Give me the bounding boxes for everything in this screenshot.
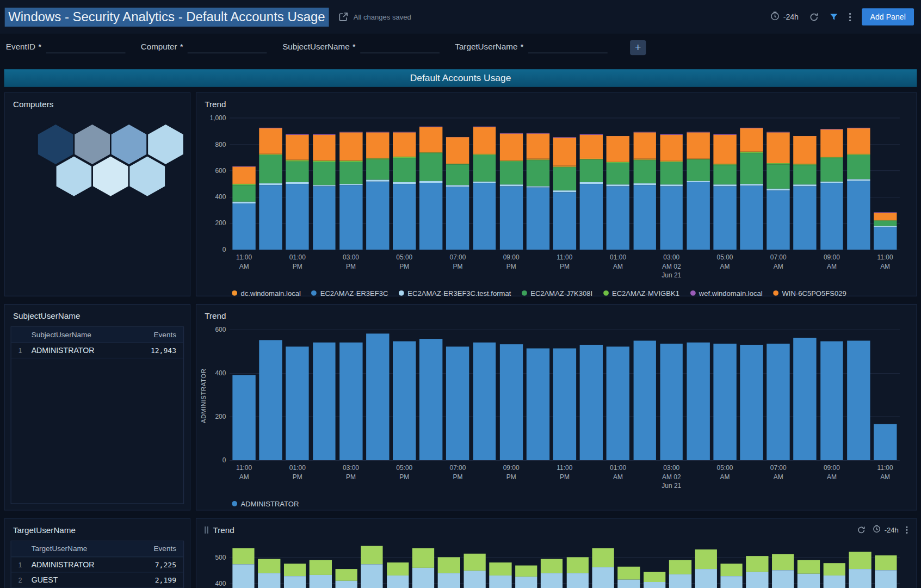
drag-handle-icon[interactable] (205, 526, 208, 533)
kebab-menu-icon[interactable] (906, 525, 908, 534)
bar[interactable] (527, 349, 549, 460)
refresh-icon[interactable] (857, 525, 866, 534)
bar[interactable] (847, 341, 870, 460)
bar[interactable] (740, 345, 763, 460)
chart-plot[interactable] (230, 330, 900, 460)
bar[interactable] (259, 128, 282, 250)
chart-plot[interactable] (230, 542, 900, 588)
legend-item[interactable]: EC2AMAZ-J7K308I (522, 289, 592, 297)
bar[interactable] (339, 343, 362, 460)
bar[interactable] (772, 554, 794, 588)
bar[interactable] (473, 343, 496, 460)
bar[interactable] (823, 563, 845, 588)
bar[interactable] (393, 132, 416, 249)
bar[interactable] (473, 127, 496, 250)
table-row[interactable]: 1 ADMINISTRATOR 12,943 (11, 343, 183, 358)
bar[interactable] (446, 347, 469, 460)
kebab-menu-icon[interactable] (849, 12, 851, 21)
bar[interactable] (794, 338, 817, 460)
legend-item[interactable]: EC2AMAZ-MVIGBK1 (603, 289, 679, 297)
bar[interactable] (541, 559, 563, 588)
bar[interactable] (284, 564, 306, 588)
bar[interactable] (361, 546, 383, 588)
legend-item[interactable]: dc.windomain.local (232, 289, 301, 297)
bar[interactable] (313, 134, 336, 250)
bar[interactable] (618, 566, 640, 587)
time-range-control[interactable]: -24h (770, 11, 799, 23)
panel-time-range[interactable]: -24h (873, 525, 899, 535)
bar[interactable] (286, 346, 309, 460)
bar[interactable] (874, 213, 897, 250)
bar[interactable] (592, 548, 614, 588)
share-icon[interactable] (338, 12, 348, 22)
filter-icon[interactable] (830, 13, 838, 21)
bar[interactable] (419, 339, 442, 460)
bar[interactable] (463, 554, 486, 588)
bar[interactable] (412, 548, 435, 588)
bar[interactable] (580, 345, 603, 460)
eventid-input[interactable] (46, 41, 126, 53)
bar[interactable] (660, 134, 683, 250)
bar[interactable] (713, 134, 736, 250)
bar[interactable] (798, 560, 820, 588)
bar[interactable] (393, 341, 416, 460)
bar[interactable] (820, 129, 843, 250)
bar[interactable] (335, 569, 357, 588)
bar[interactable] (310, 560, 332, 588)
bar[interactable] (500, 133, 523, 250)
bar[interactable] (820, 341, 843, 460)
bar[interactable] (366, 333, 389, 460)
bar[interactable] (339, 132, 362, 249)
bar[interactable] (366, 132, 389, 249)
bar[interactable] (767, 343, 790, 460)
dashboard-title[interactable]: Windows - Security Analytics - Default A… (5, 8, 329, 27)
bar[interactable] (233, 375, 256, 460)
bar[interactable] (644, 572, 666, 588)
bar[interactable] (740, 128, 763, 250)
bar[interactable] (490, 562, 512, 588)
bar[interactable] (566, 558, 589, 588)
bar[interactable] (233, 166, 256, 249)
bar[interactable] (721, 564, 743, 588)
bar[interactable] (607, 346, 629, 460)
legend-item[interactable]: ADMINISTRATOR (232, 499, 299, 507)
bar[interactable] (633, 132, 656, 249)
bar[interactable] (286, 134, 309, 250)
bar[interactable] (553, 137, 576, 250)
bar[interactable] (874, 424, 897, 460)
subjectusername-input[interactable] (360, 41, 440, 53)
targetusername-input[interactable] (528, 41, 608, 53)
bar[interactable] (746, 556, 769, 588)
bar[interactable] (875, 555, 897, 588)
bar[interactable] (660, 343, 683, 460)
bar[interactable] (580, 134, 603, 250)
bar[interactable] (767, 132, 790, 249)
bar[interactable] (259, 341, 282, 460)
bar[interactable] (446, 137, 469, 250)
bar[interactable] (713, 343, 736, 460)
legend-item[interactable]: EC2AMAZ-ER3EF3C.test.format (399, 289, 511, 297)
bar[interactable] (419, 127, 442, 250)
bar[interactable] (515, 565, 537, 588)
bar[interactable] (794, 136, 817, 250)
table-row[interactable]: 1 ADMINISTRATOR 7,225 (11, 557, 183, 572)
bar[interactable] (500, 344, 523, 460)
bar[interactable] (687, 343, 709, 460)
bar[interactable] (387, 562, 409, 588)
refresh-icon[interactable] (809, 12, 819, 21)
legend-item[interactable]: wef.windomain.local (690, 289, 763, 297)
computer-input[interactable] (188, 41, 267, 53)
bar[interactable] (607, 136, 629, 250)
bar[interactable] (695, 549, 717, 587)
bar[interactable] (527, 133, 549, 250)
bar[interactable] (847, 128, 870, 250)
bar[interactable] (669, 560, 691, 588)
add-panel-button[interactable]: Add Panel (862, 8, 914, 26)
bar[interactable] (258, 559, 281, 588)
bar[interactable] (687, 132, 709, 249)
bar[interactable] (633, 341, 656, 460)
legend-item[interactable]: WIN-6C5PO5FS029 (773, 289, 846, 297)
legend-item[interactable]: EC2AMAZ-ER3EF3C (311, 289, 388, 297)
add-filter-button[interactable]: + (630, 40, 646, 54)
bar[interactable] (438, 558, 460, 588)
